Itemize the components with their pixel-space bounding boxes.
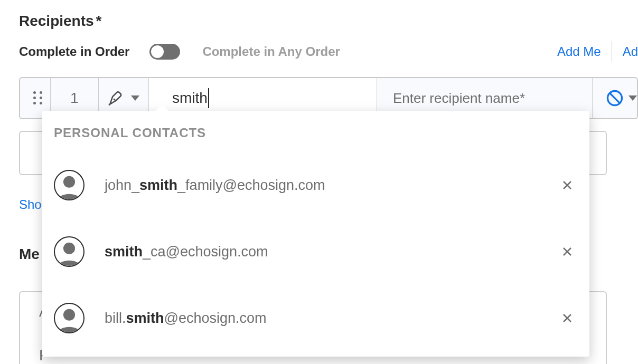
svg-point-8 bbox=[63, 309, 75, 321]
recipient-auth-select[interactable] bbox=[593, 78, 637, 118]
email-input-value: smith bbox=[172, 90, 208, 107]
close-icon bbox=[562, 246, 573, 257]
complete-in-order-label: Complete in Order bbox=[19, 44, 129, 59]
remove-suggestion-button[interactable] bbox=[557, 176, 578, 194]
add-recipient-link[interactable]: Ad bbox=[623, 44, 638, 59]
svg-line-1 bbox=[610, 93, 620, 103]
recipient-index-value: 1 bbox=[70, 90, 79, 107]
chevron-down-icon bbox=[628, 95, 637, 101]
signing-order-row: Complete in Order Complete in Any Order … bbox=[19, 41, 638, 62]
grip-icon bbox=[33, 91, 43, 105]
svg-point-2 bbox=[63, 176, 75, 188]
text-caret bbox=[208, 88, 209, 108]
contact-suggestion-2[interactable]: bill.smith@echosign.com bbox=[42, 285, 589, 351]
order-toggle-knob bbox=[151, 45, 164, 58]
message-title-text: Me bbox=[19, 246, 40, 262]
close-icon bbox=[562, 313, 573, 323]
recipients-section-title: Recipients * bbox=[19, 13, 638, 30]
order-toggle[interactable] bbox=[149, 44, 180, 60]
avatar-icon bbox=[54, 170, 85, 200]
close-icon bbox=[562, 180, 573, 190]
prohibit-icon bbox=[605, 89, 624, 108]
avatar-icon bbox=[54, 303, 85, 333]
svg-point-5 bbox=[63, 243, 75, 254]
chevron-down-icon bbox=[131, 95, 139, 101]
pen-sign-icon bbox=[108, 89, 126, 107]
add-me-link[interactable]: Add Me bbox=[557, 44, 601, 59]
complete-any-order-label: Complete in Any Order bbox=[202, 44, 340, 59]
vertical-divider bbox=[612, 41, 612, 62]
contacts-autocomplete-dropdown: PERSONAL CONTACTS john_smith_family@echo… bbox=[42, 111, 589, 357]
contact-suggestion-0[interactable]: john_smith_family@echosign.com bbox=[42, 152, 589, 218]
contact-email: john_smith_family@echosign.com bbox=[105, 177, 537, 194]
section-title-text: Recipients bbox=[19, 13, 94, 30]
remove-suggestion-button[interactable] bbox=[557, 309, 578, 327]
required-asterisk: * bbox=[96, 13, 102, 30]
contact-suggestion-1[interactable]: smith_ca@echosign.com bbox=[42, 218, 589, 285]
name-placeholder: Enter recipient name* bbox=[393, 90, 525, 107]
remove-suggestion-button[interactable] bbox=[557, 243, 578, 261]
show-cc-text: Sho bbox=[19, 197, 42, 212]
contact-email: smith_ca@echosign.com bbox=[105, 244, 537, 260]
dropdown-section-header: PERSONAL CONTACTS bbox=[42, 120, 589, 152]
avatar-icon bbox=[54, 236, 85, 267]
contact-email: bill.smith@echosign.com bbox=[105, 310, 537, 327]
